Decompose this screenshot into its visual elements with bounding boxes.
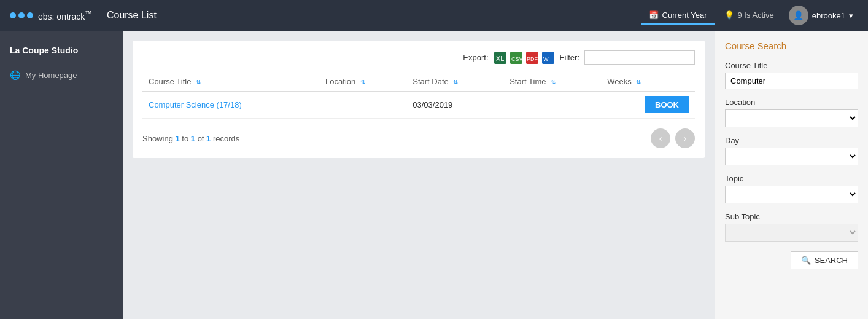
csv-icon[interactable]: CSV (510, 51, 523, 65)
course-search-title: Course Search (725, 41, 858, 51)
topic-label: Topic (725, 174, 858, 183)
svg-text:W: W (543, 56, 549, 62)
sort-arrows-start-date: ⇅ (453, 79, 458, 85)
cell-course-title: Computer Science (17/18) (142, 92, 319, 119)
next-page-button[interactable]: › (675, 128, 695, 148)
export-icons: XL CSV PDF W (494, 51, 555, 65)
brand-dot-1 (10, 12, 16, 18)
col-start-date[interactable]: Start Date ⇅ (406, 72, 503, 92)
brand-trademark: ™ (85, 9, 92, 17)
cell-location (319, 92, 406, 119)
sidebar-item-homepage[interactable]: 🌐 My Homepage (0, 65, 123, 85)
day-label: Day (725, 136, 858, 145)
brand-dot-2 (18, 12, 25, 18)
avatar-icon: 👤 (793, 10, 804, 20)
col-weeks[interactable]: Weeks ⇅ (601, 72, 695, 92)
location-select[interactable] (725, 109, 858, 127)
table-row: Computer Science (17/18) 03/03/2019 BOOK (142, 92, 695, 119)
current-year-label: Current Year (662, 10, 707, 20)
search-field-day: Day (725, 136, 858, 165)
sort-arrows-location: ⇅ (360, 79, 365, 85)
svg-text:CSV: CSV (511, 56, 522, 62)
bulb-icon: 💡 (724, 10, 734, 20)
topic-select[interactable] (725, 186, 858, 203)
is-active-button[interactable]: 💡 9 Is Active (717, 7, 781, 25)
filter-input[interactable] (584, 50, 695, 65)
sidebar-item-label: My Homepage (25, 71, 77, 80)
prev-page-button[interactable]: ‹ (651, 128, 670, 148)
cell-weeks: BOOK (601, 92, 695, 119)
search-field-course-title: Course Title (725, 61, 858, 89)
pagination-row: Showing 1 to 1 of 1 records ‹ › (142, 128, 695, 148)
sub-topic-select[interactable] (725, 224, 858, 242)
sidebar: La Coupe Studio 🌐 My Homepage (0, 31, 123, 319)
day-select[interactable] (725, 148, 858, 165)
search-field-topic: Topic (725, 174, 858, 203)
word-icon[interactable]: W (541, 51, 555, 65)
search-btn-row: 🔍 SEARCH (725, 251, 858, 269)
current-year-button[interactable]: 📅 Current Year (641, 7, 715, 25)
course-title-link[interactable]: Computer Science (17/18) (149, 100, 242, 109)
search-button-label: SEARCH (815, 256, 848, 265)
brand: ebs: ontrack™ (10, 9, 92, 22)
filter-label: Filter: (560, 53, 580, 62)
col-location[interactable]: Location ⇅ (319, 72, 406, 92)
svg-text:XL: XL (496, 55, 504, 62)
brand-dot-3 (27, 12, 33, 18)
course-title-input[interactable] (725, 73, 858, 89)
sort-arrows-course-title: ⇅ (196, 79, 201, 85)
course-title-label: Course Title (725, 61, 858, 70)
page-title: Course List (107, 10, 641, 21)
sort-arrows-weeks: ⇅ (636, 79, 641, 85)
course-tbody: Computer Science (17/18) 03/03/2019 BOOK (142, 92, 695, 119)
navbar-actions: 📅 Current Year 💡 9 Is Active 👤 ebrooke1 … (641, 6, 858, 25)
pdf-icon[interactable]: PDF (525, 51, 539, 65)
main-content: Export: XL CSV PDF W Filter: (123, 31, 715, 319)
brand-dots (10, 12, 33, 18)
is-active-label: 9 Is Active (738, 10, 774, 20)
search-button[interactable]: 🔍 SEARCH (791, 251, 858, 269)
showing-text: Showing 1 to 1 of 1 records (142, 134, 239, 143)
sub-topic-label: Sub Topic (725, 212, 858, 221)
chevron-down-icon: ▾ (849, 11, 853, 20)
cell-start-date: 03/03/2019 (406, 92, 503, 119)
avatar: 👤 (789, 6, 808, 25)
location-label: Location (725, 98, 858, 107)
col-start-time[interactable]: Start Time ⇅ (503, 72, 601, 92)
course-panel: Export: XL CSV PDF W Filter: (133, 41, 705, 158)
sort-arrows-start-time: ⇅ (551, 79, 556, 85)
calendar-icon: 📅 (649, 10, 659, 20)
sidebar-org-name: La Coupe Studio (0, 41, 123, 65)
layout: La Coupe Studio 🌐 My Homepage Export: XL… (0, 31, 868, 319)
table-header: Course Title ⇅ Location ⇅ Start Date ⇅ (142, 72, 695, 92)
navbar: ebs: ontrack™ Course List 📅 Current Year… (0, 0, 868, 31)
search-field-sub-topic: Sub Topic (725, 212, 858, 242)
search-field-location: Location (725, 98, 858, 127)
book-button[interactable]: BOOK (645, 96, 689, 113)
svg-text:PDF: PDF (527, 56, 538, 62)
username: ebrooke1 (812, 11, 845, 20)
excel-icon[interactable]: XL (494, 51, 507, 65)
pagination-buttons: ‹ › (651, 128, 695, 148)
right-panel: Course Search Course Title Location Day … (715, 31, 868, 319)
showing-to: 1 (191, 134, 195, 143)
showing-suffix: records (213, 134, 239, 143)
col-course-title[interactable]: Course Title ⇅ (142, 72, 319, 92)
user-menu[interactable]: 👤 ebrooke1 ▾ (784, 6, 858, 25)
cell-start-time (503, 92, 601, 119)
search-icon: 🔍 (801, 256, 811, 265)
brand-name: ebs: ontrack™ (38, 9, 92, 22)
homepage-icon: 🌐 (10, 70, 20, 80)
course-table: Course Title ⇅ Location ⇅ Start Date ⇅ (142, 72, 695, 119)
export-label: Export: (463, 53, 488, 62)
showing-of: 1 (206, 134, 211, 143)
showing-from: 1 (175, 134, 179, 143)
export-row: Export: XL CSV PDF W Filter: (142, 50, 695, 65)
